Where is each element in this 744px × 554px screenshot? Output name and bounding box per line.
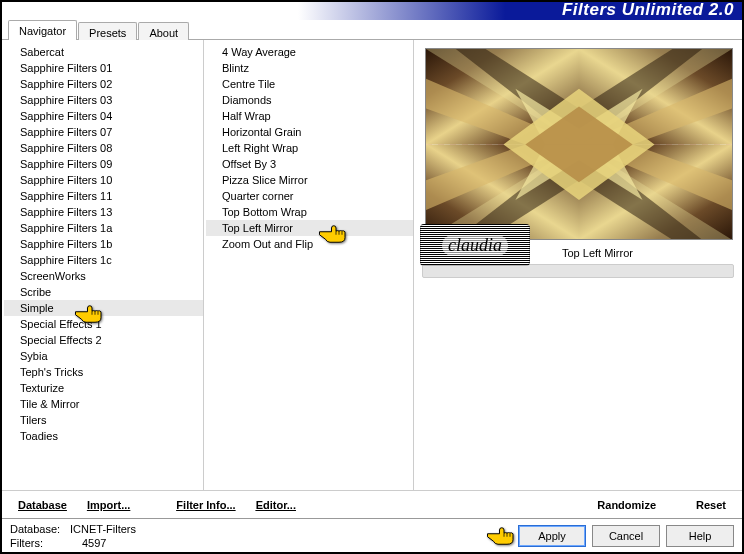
list-item[interactable]: Top Bottom Wrap [206,204,413,220]
list-item[interactable]: Sapphire Filters 04 [4,108,203,124]
list-item[interactable]: Sapphire Filters 02 [4,76,203,92]
list-item[interactable]: Sabercat [4,44,203,60]
list-item[interactable]: Sapphire Filters 03 [4,92,203,108]
list-item[interactable]: Sapphire Filters 10 [4,172,203,188]
tab-about[interactable]: About [138,22,189,40]
main-area: SabercatSapphire Filters 01Sapphire Filt… [2,40,742,490]
list-item[interactable]: Sapphire Filters 11 [4,188,203,204]
list-item[interactable]: Sybia [4,348,203,364]
list-item[interactable]: Offset By 3 [206,156,413,172]
list-item[interactable]: Sapphire Filters 1b [4,236,203,252]
list-item[interactable]: Centre Tile [206,76,413,92]
tabs: Navigator Presets About [2,20,742,40]
filter-info-button[interactable]: Filter Info... [170,497,241,513]
pointer-icon [486,526,516,546]
list-item[interactable]: Sapphire Filters 1c [4,252,203,268]
title-bar: Filters Unlimited 2.0 [2,2,742,20]
tab-navigator[interactable]: Navigator [8,20,77,40]
tab-presets[interactable]: Presets [78,22,137,40]
app-title: Filters Unlimited 2.0 [562,0,734,20]
list-item[interactable]: Blintz [206,60,413,76]
list-item[interactable]: Half Wrap [206,108,413,124]
preview-image [425,48,733,240]
list-item[interactable]: Horizontal Grain [206,124,413,140]
list-item[interactable]: Zoom Out and Flip [206,236,413,252]
list-item[interactable]: Sapphire Filters 13 [4,204,203,220]
list-item[interactable]: Tile & Mirror [4,396,203,412]
help-button[interactable]: Help [666,525,734,547]
list-item[interactable]: Left Right Wrap [206,140,413,156]
filter-list-pane: 4 Way AverageBlintzCentre TileDiamondsHa… [204,40,414,490]
slider-track[interactable] [422,264,734,278]
list-item[interactable]: Tilers [4,412,203,428]
category-list[interactable]: SabercatSapphire Filters 01Sapphire Filt… [4,44,203,486]
list-item[interactable]: Simple [4,300,203,316]
list-item[interactable]: Sapphire Filters 07 [4,124,203,140]
list-item[interactable]: ScreenWorks [4,268,203,284]
list-item[interactable]: Teph's Tricks [4,364,203,380]
list-item[interactable]: Pizza Slice Mirror [206,172,413,188]
list-item[interactable]: Special Effects 2 [4,332,203,348]
list-item[interactable]: Sapphire Filters 01 [4,60,203,76]
category-list-pane: SabercatSapphire Filters 01Sapphire Filt… [2,40,204,490]
list-item[interactable]: Scribe [4,284,203,300]
watermark-stamp: claudia [420,224,530,266]
cancel-button[interactable]: Cancel [592,525,660,547]
list-item[interactable]: Sapphire Filters 09 [4,156,203,172]
list-item[interactable]: Quarter corner [206,188,413,204]
status-bar: Database:ICNET-Filters Filters:4597 Appl… [2,518,742,552]
list-item[interactable]: 4 Way Average [206,44,413,60]
list-item[interactable]: Diamonds [206,92,413,108]
dialog-buttons: Apply Cancel Help [518,525,734,547]
current-filter-label: Top Left Mirror [556,247,736,259]
watermark-text: claudia [442,235,508,256]
database-button[interactable]: Database [12,497,73,513]
list-item[interactable]: Texturize [4,380,203,396]
list-item[interactable]: Toadies [4,428,203,444]
info-labels: Database:ICNET-Filters Filters:4597 [10,522,136,550]
reset-button[interactable]: Reset [690,497,732,513]
list-item[interactable]: Sapphire Filters 1a [4,220,203,236]
apply-button[interactable]: Apply [518,525,586,547]
toolbar: Database Import... Filter Info... Editor… [2,490,742,518]
list-item[interactable]: Special Effects 1 [4,316,203,332]
list-item[interactable]: Sapphire Filters 08 [4,140,203,156]
import-button[interactable]: Import... [81,497,136,513]
randomize-button[interactable]: Randomize [591,497,662,513]
list-item[interactable]: Top Left Mirror [206,220,413,236]
editor-button[interactable]: Editor... [250,497,302,513]
filter-list[interactable]: 4 Way AverageBlintzCentre TileDiamondsHa… [206,44,413,486]
